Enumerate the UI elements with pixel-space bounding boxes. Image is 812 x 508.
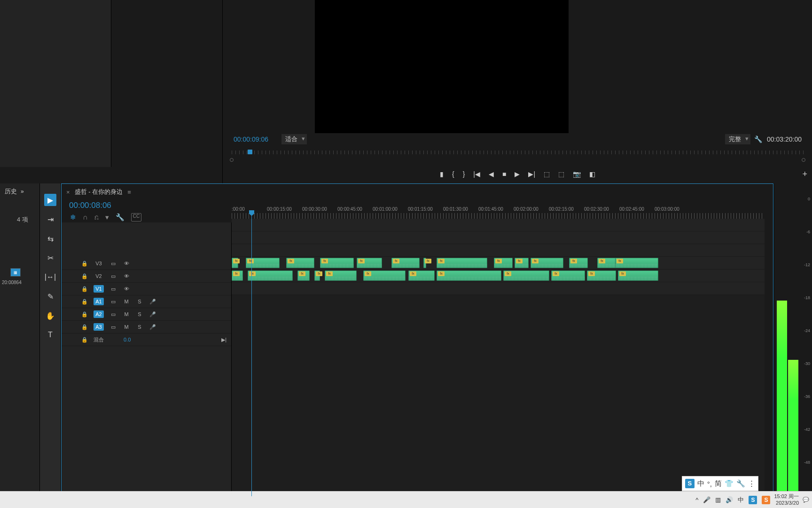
- audio-clip[interactable]: fx: [391, 258, 420, 268]
- track-lane[interactable]: [232, 231, 765, 244]
- extract-icon[interactable]: ⬚: [558, 170, 564, 178]
- hand-tool-icon[interactable]: ✋: [44, 310, 56, 322]
- tray-up-icon[interactable]: ^: [695, 496, 698, 503]
- pen-tool-icon[interactable]: ✎: [44, 290, 56, 302]
- ime-punctuation-icon[interactable]: °,: [707, 480, 712, 488]
- tray-mic-icon[interactable]: 🎤: [703, 496, 710, 503]
- ime-toolbar[interactable]: S 中 °, 简 👕 🔧 ⋮: [682, 476, 758, 491]
- ime-simplified[interactable]: 简: [715, 479, 722, 488]
- sequence-thumb[interactable]: ▦: [10, 268, 21, 277]
- audio-clip[interactable]: fx: [286, 258, 314, 268]
- voice-icon[interactable]: 🎤: [149, 311, 156, 318]
- lock-icon[interactable]: 🔒: [81, 273, 88, 279]
- audio-clip[interactable]: fx: [363, 270, 406, 281]
- ime-chinese[interactable]: 中: [697, 479, 704, 488]
- track-output-icon[interactable]: ▭: [109, 311, 117, 318]
- add-button-icon[interactable]: +: [802, 169, 807, 179]
- ime-shirt-icon[interactable]: 👕: [725, 479, 734, 488]
- audio-clip[interactable]: fx: [232, 270, 243, 281]
- in-point-icon[interactable]: {: [452, 170, 454, 178]
- voice-icon[interactable]: 🎤: [149, 324, 156, 330]
- playhead[interactable]: [251, 212, 252, 496]
- history-tab-label[interactable]: 历史: [5, 187, 17, 196]
- audio-clip[interactable]: fx: [325, 270, 357, 281]
- step-forward-transport-icon[interactable]: ▶: [515, 170, 520, 178]
- compare-icon[interactable]: ◧: [589, 170, 595, 178]
- scrub-handle[interactable]: [248, 150, 252, 154]
- cc-toggle[interactable]: CC: [131, 213, 141, 222]
- audio-clip[interactable]: fx: [437, 270, 501, 281]
- track-label[interactable]: V1: [94, 285, 104, 293]
- lock-icon[interactable]: 🔒: [81, 311, 88, 318]
- track-lane[interactable]: [232, 219, 765, 231]
- audio-clip[interactable]: fx: [408, 270, 435, 281]
- razor-tool-icon[interactable]: ✂: [44, 252, 56, 264]
- audio-clip[interactable]: fx: [297, 270, 310, 281]
- tracks-area[interactable]: fxfxfxfxfxfxfxfxfxfxfxfxfxfxfxfxfxfxfxfx…: [232, 222, 765, 496]
- audio-clip[interactable]: fx: [503, 270, 549, 281]
- wrench-icon[interactable]: 🔧: [754, 135, 762, 143]
- play-stop-icon[interactable]: ■: [502, 170, 506, 178]
- track-output-icon[interactable]: ▭: [109, 273, 117, 279]
- solo-icon[interactable]: S: [136, 324, 143, 330]
- audio-clip[interactable]: fx: [587, 270, 616, 281]
- ime-more-icon[interactable]: ⋮: [748, 479, 755, 488]
- audio-clip[interactable]: fx: [320, 258, 354, 268]
- track-lane[interactable]: [232, 244, 765, 257]
- expand-icon[interactable]: »: [21, 188, 24, 195]
- zoom-dropdown[interactable]: 适合: [281, 134, 307, 144]
- lock-icon[interactable]: 🔒: [81, 299, 88, 305]
- step-back-icon[interactable]: ◀: [489, 170, 494, 178]
- audio-clip[interactable]: fx: [569, 258, 588, 268]
- tab-menu-icon[interactable]: ≡: [127, 189, 131, 196]
- audio-clip[interactable]: fx: [314, 270, 320, 281]
- ripple-edit-tool-icon[interactable]: ⇆: [44, 232, 56, 245]
- audio-clip[interactable]: fx: [494, 258, 513, 268]
- eye-icon[interactable]: 👁: [123, 273, 130, 279]
- sogou-icon[interactable]: S: [685, 479, 695, 488]
- program-scrubber[interactable]: [232, 150, 804, 161]
- solo-icon[interactable]: S: [136, 311, 143, 317]
- ime-tools-icon[interactable]: 🔧: [736, 479, 745, 488]
- quality-dropdown[interactable]: 完整: [725, 134, 750, 144]
- track-label[interactable]: A2: [94, 310, 104, 318]
- program-timecode[interactable]: 00:00:09:06: [234, 135, 268, 143]
- windows-taskbar[interactable]: ^ 🎤 ▥ 🔊 中 S S 15:02 周一 2023/3/20 💬: [0, 491, 812, 508]
- type-tool-icon[interactable]: T: [44, 329, 56, 341]
- mix-value[interactable]: 0.0: [124, 337, 131, 342]
- eye-icon[interactable]: 👁: [123, 286, 130, 292]
- audio-clip[interactable]: fx: [618, 270, 658, 281]
- track-select-tool-icon[interactable]: ⇥: [44, 213, 56, 225]
- lift-icon[interactable]: ⬚: [544, 170, 550, 178]
- audio-clip[interactable]: fx: [437, 258, 487, 268]
- selection-tool-icon[interactable]: ▶: [44, 194, 56, 206]
- lock-icon[interactable]: 🔒: [81, 324, 88, 330]
- track-label[interactable]: A1: [94, 298, 104, 305]
- mix-end-icon[interactable]: ▶|: [221, 337, 226, 343]
- slip-tool-icon[interactable]: |↔|: [44, 271, 56, 283]
- audio-clip[interactable]: fx: [515, 258, 529, 268]
- timeline-timecode[interactable]: 00:00:08:06: [69, 201, 111, 210]
- go-to-out-icon[interactable]: ▶|: [528, 170, 535, 178]
- camera-icon[interactable]: 📷: [573, 170, 581, 178]
- voice-icon[interactable]: 🎤: [149, 299, 156, 305]
- lock-icon[interactable]: 🔒: [81, 261, 88, 267]
- audio-clip[interactable]: fx: [357, 258, 382, 268]
- track-output-icon[interactable]: ▭: [109, 261, 117, 267]
- track-output-icon[interactable]: ▭: [109, 324, 117, 330]
- audio-clip[interactable]: fx: [531, 258, 563, 268]
- audio-clip[interactable]: fx: [423, 258, 426, 268]
- eye-icon[interactable]: 👁: [123, 261, 130, 266]
- audio-clip[interactable]: fx: [615, 258, 658, 268]
- sequence-name[interactable]: 盛哲 - 在你的身边: [75, 188, 123, 196]
- track-label[interactable]: V3: [94, 260, 104, 267]
- mute-icon[interactable]: M: [123, 299, 130, 304]
- audio-clip[interactable]: fx: [232, 258, 238, 268]
- mute-icon[interactable]: M: [123, 324, 130, 330]
- track-lane[interactable]: fxfxfxfxfxfxfxfxfxfxfxfxfxfx: [232, 257, 765, 270]
- marker-toggle-icon[interactable]: ▾: [105, 213, 109, 222]
- track-output-icon[interactable]: ▭: [109, 286, 117, 292]
- audio-clip[interactable]: fx: [246, 258, 280, 268]
- solo-icon[interactable]: S: [136, 299, 143, 304]
- mute-icon[interactable]: M: [123, 311, 130, 317]
